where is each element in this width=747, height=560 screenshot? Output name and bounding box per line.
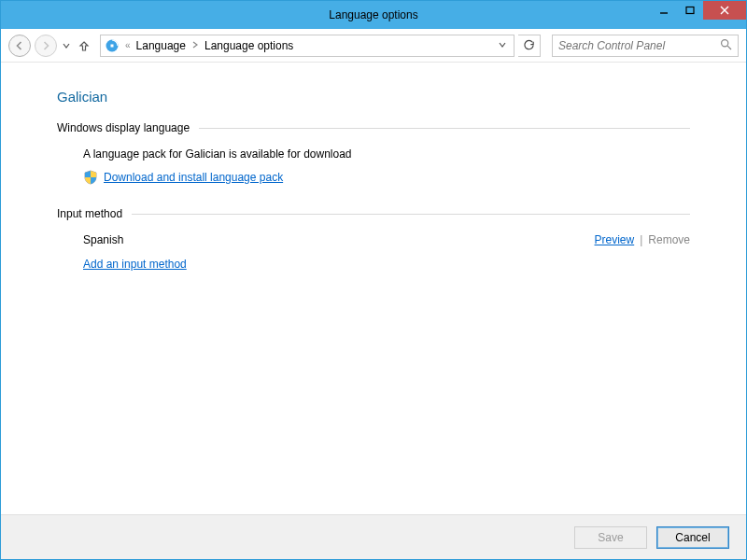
separator: | — [640, 233, 642, 246]
window-controls — [651, 1, 746, 29]
control-panel-icon — [105, 38, 120, 53]
section-header-input: Input method — [57, 207, 690, 220]
breadcrumb-sep-icon: « — [123, 40, 133, 50]
history-dropdown[interactable] — [61, 42, 72, 49]
breadcrumb-language-options[interactable]: Language options — [204, 39, 293, 52]
svg-point-6 — [722, 39, 728, 46]
back-button[interactable] — [8, 35, 31, 57]
refresh-button[interactable] — [518, 35, 541, 57]
preview-link[interactable]: Preview — [595, 233, 635, 246]
forward-button[interactable] — [35, 35, 57, 57]
uac-shield-icon — [83, 170, 98, 185]
navbar: « Language Language options — [1, 29, 746, 63]
remove-link: Remove — [648, 233, 690, 246]
footer: Save Cancel — [1, 514, 746, 559]
breadcrumb-language[interactable]: Language — [136, 39, 186, 52]
divider — [132, 214, 690, 215]
display-language-status: A language pack for Galician is availabl… — [83, 147, 690, 161]
svg-rect-1 — [686, 7, 694, 14]
download-language-pack-link[interactable]: Download and install language pack — [104, 171, 283, 184]
window-title: Language options — [1, 8, 746, 21]
cancel-button[interactable]: Cancel — [656, 526, 729, 549]
input-method-row: Spanish Preview | Remove — [83, 233, 690, 246]
breadcrumb-dropdown[interactable] — [495, 39, 510, 52]
content-area: Galician Windows display language A lang… — [1, 63, 746, 514]
close-button[interactable] — [703, 1, 746, 20]
input-method-name: Spanish — [83, 233, 123, 246]
search-icon — [720, 38, 732, 53]
search-box[interactable] — [552, 35, 739, 57]
svg-line-7 — [727, 46, 731, 49]
minimize-button[interactable] — [651, 1, 677, 20]
window: Language options — [0, 0, 747, 560]
save-button: Save — [574, 526, 647, 549]
section-input-method: Input method Spanish Preview | Remove Ad… — [57, 207, 690, 271]
svg-rect-5 — [111, 44, 114, 47]
up-button[interactable] — [76, 39, 92, 52]
chevron-right-icon — [190, 40, 201, 50]
section-header-display-label: Windows display language — [57, 121, 190, 134]
section-display-language: Windows display language A language pack… — [57, 121, 690, 185]
section-header-display: Windows display language — [57, 121, 690, 134]
titlebar: Language options — [1, 1, 746, 29]
search-input[interactable] — [558, 39, 732, 52]
section-header-input-label: Input method — [57, 207, 122, 220]
page-title: Galician — [57, 89, 690, 105]
divider — [199, 128, 690, 129]
add-input-method-link[interactable]: Add an input method — [83, 258, 187, 271]
breadcrumb[interactable]: « Language Language options — [100, 35, 514, 57]
maximize-button[interactable] — [677, 1, 703, 20]
